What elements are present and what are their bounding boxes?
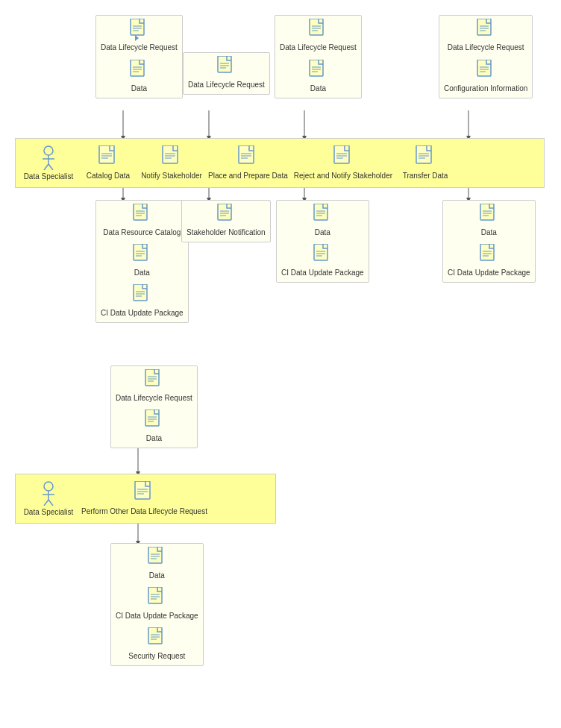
s2-output-node: Data CI Data Update Package: [110, 543, 204, 666]
svg-line-106: [44, 500, 48, 506]
svg-rect-14: [131, 60, 144, 76]
label-s2-security: Security Request: [128, 651, 185, 661]
svg-rect-116: [148, 587, 162, 603]
svg-rect-43: [99, 145, 114, 163]
output-transfer: Data CI Data Update Package: [442, 200, 536, 283]
s2-input-node: Data Lifecycle Request Data: [110, 365, 198, 448]
activity-cell-place: Place and Prepare Data: [205, 145, 291, 181]
doc-icon-3: [216, 56, 236, 78]
activity-cell-transfer: Transfer Data: [395, 145, 455, 181]
doc-icon-place-data: [313, 204, 332, 226]
svg-line-41: [44, 164, 48, 170]
doc-icon-6: [476, 19, 495, 41]
doc-icon-data-out1: [132, 244, 151, 266]
doc-icon-s2-data: [144, 410, 163, 432]
label-dlr-3a: Data Lifecycle Request: [280, 43, 357, 52]
svg-rect-55: [334, 145, 349, 163]
label-place-ci: CI Data Update Package: [281, 268, 364, 277]
artifact-dlr-2: Data Lifecycle Request: [183, 52, 270, 95]
output-notify: Stakeholder Notification: [181, 200, 271, 242]
label-trans-ci: CI Data Update Package: [448, 268, 530, 277]
svg-rect-22: [310, 19, 323, 35]
label-dlr-1: Data Lifecycle Request: [101, 43, 178, 52]
doc-icon-place-ci: [313, 244, 332, 266]
output-place: Data CI Data Update Package: [276, 200, 369, 283]
svg-point-103: [44, 482, 53, 491]
label-place-data: Data: [315, 228, 330, 237]
activity-band-1: Data Specialist Catalog Data: [15, 138, 545, 188]
svg-rect-59: [416, 145, 431, 163]
svg-rect-91: [480, 244, 494, 260]
label-dlr-2: Data Lifecycle Request: [188, 80, 265, 90]
label-s2-specialist: Data Specialist: [24, 507, 74, 517]
artifact-dlr-data-1: Data Lifecycle Request Data: [95, 15, 183, 98]
label-data-specialist-1: Data Specialist: [24, 172, 74, 181]
label-data-1: Data: [131, 84, 147, 93]
activity-cell-reject: Reject and Notify Stakeholder: [291, 145, 395, 181]
svg-rect-83: [314, 244, 327, 260]
output-catalog: Data Resource Catalog Data: [95, 200, 189, 323]
doc-icon-s2-dlr: [144, 369, 163, 392]
svg-rect-95: [145, 369, 159, 386]
label-reject-notify: Reject and Notify Stakeholder: [294, 171, 392, 181]
doc-icon-perform: [134, 481, 154, 505]
svg-rect-34: [477, 60, 491, 76]
artifact-s2-outputs: Data CI Data Update Package: [110, 543, 204, 666]
doc-icon-1: [129, 19, 148, 41]
label-s2-dlr: Data Lifecycle Request: [116, 393, 192, 403]
doc-icon-sn: [216, 204, 236, 226]
artifact-dlr-config-4: Data Lifecycle Request Configuration Inf…: [439, 15, 533, 98]
svg-rect-75: [218, 204, 231, 220]
doc-icon-4: [308, 19, 327, 41]
doc-icon-drc: [132, 204, 151, 226]
actor-icon-1: [38, 145, 59, 170]
artifact-dlr-data-3: Data Lifecycle Request Data: [275, 15, 362, 98]
svg-rect-120: [148, 627, 162, 644]
input-node-3: Data Lifecycle Request Data: [275, 15, 362, 98]
doc-icon-reject: [333, 145, 354, 169]
input-node-4: Data Lifecycle Request Configuration Inf…: [439, 15, 533, 98]
svg-rect-79: [314, 204, 327, 220]
svg-rect-99: [145, 410, 159, 426]
connector-lines: [7, 7, 552, 724]
doc-icon-2: [129, 60, 148, 82]
input-node-2: Data Lifecycle Request: [183, 52, 270, 95]
label-ci-out1: CI Data Update Package: [101, 308, 184, 318]
label-notify-stakeholder: Notify Stakeholder: [141, 171, 202, 181]
svg-rect-108: [135, 481, 150, 499]
label-data-3b: Data: [310, 84, 326, 93]
label-transfer-data: Transfer Data: [403, 171, 448, 181]
doc-icon-s2-sec: [147, 627, 166, 650]
actor-icon-s2: [38, 480, 59, 506]
svg-rect-87: [480, 204, 494, 220]
svg-line-107: [48, 500, 53, 506]
artifact-catalog-outputs: Data Resource Catalog Data: [95, 200, 189, 323]
activity-band-2: Data Specialist Perform Other Data Lifec…: [15, 474, 276, 524]
diagram-main: Data Lifecycle Request Data: [7, 7, 552, 724]
activity-cell-notify: Notify Stakeholder: [138, 145, 205, 181]
activity-cell-specialist: Data Specialist: [19, 145, 78, 181]
svg-rect-67: [134, 244, 147, 260]
doc-icon-cat: [98, 145, 119, 169]
artifact-transfer-outputs: Data CI Data Update Package: [442, 200, 536, 283]
svg-rect-26: [310, 60, 323, 76]
doc-icon-s2-ci-out: [147, 587, 166, 609]
label-data-out1: Data: [134, 268, 150, 277]
label-stakeholder-notif: Stakeholder Notification: [187, 228, 266, 237]
artifact-place-outputs: Data CI Data Update Package: [276, 200, 369, 283]
svg-rect-18: [218, 56, 231, 72]
label-data-resource-catalog: Data Resource Catalog: [103, 228, 181, 237]
doc-icon-place: [237, 145, 258, 169]
label-s2-data-out: Data: [149, 571, 165, 580]
artifact-s2-input: Data Lifecycle Request Data: [110, 365, 198, 448]
activity-cell-s2-specialist: Data Specialist: [19, 480, 78, 517]
svg-line-42: [48, 164, 53, 170]
doc-icon-trans-data: [479, 204, 498, 226]
svg-rect-71: [134, 284, 147, 301]
label-s2-data-in: Data: [146, 433, 162, 443]
doc-icon-ci-out1: [132, 284, 151, 307]
svg-rect-10: [131, 19, 144, 35]
label-dlr-4a: Data Lifecycle Request: [448, 43, 524, 52]
input-node-1: Data Lifecycle Request Data: [95, 15, 183, 98]
svg-rect-47: [163, 145, 178, 163]
